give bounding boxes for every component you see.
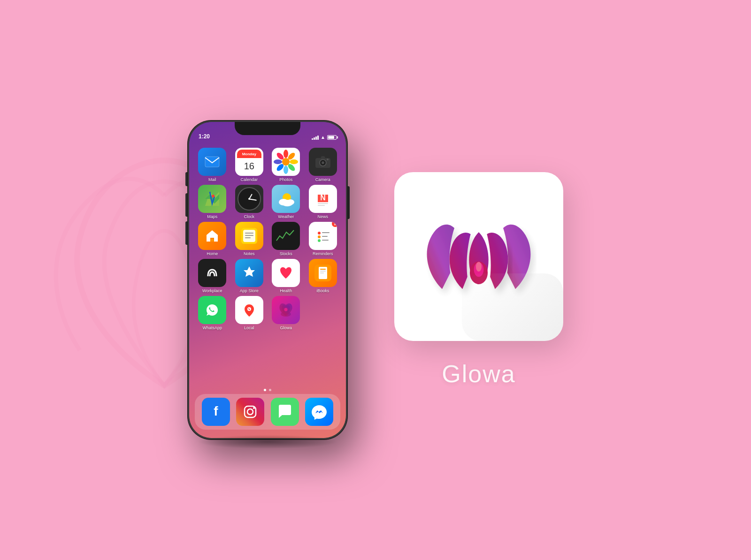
power-button (348, 186, 350, 219)
calendar-icon: Monday 16 (235, 148, 263, 176)
lotus-icon (418, 196, 540, 318)
svg-rect-46 (320, 272, 324, 273)
whatsapp-icon (198, 296, 226, 324)
app-workplace[interactable]: Workplace (195, 259, 230, 293)
svg-rect-24 (318, 203, 328, 204)
svg-point-54 (247, 409, 253, 415)
svg-text:f: f (214, 404, 218, 418)
app-home[interactable]: Home (195, 222, 230, 256)
app-camera[interactable]: Camera (306, 148, 341, 182)
mute-button (185, 172, 187, 186)
svg-rect-0 (205, 157, 219, 167)
reminders-label: Reminders (313, 251, 333, 256)
dock-messages[interactable] (271, 398, 299, 426)
camera-label: Camera (315, 177, 330, 182)
camera-icon (309, 148, 337, 176)
dot-1 (264, 389, 266, 391)
app-stocks[interactable]: Stocks (268, 222, 304, 256)
clock-icon (235, 185, 263, 213)
reminders-badge: 2 (332, 222, 337, 227)
svg-point-51 (284, 308, 288, 311)
weather-label: Weather (278, 214, 294, 219)
local-label: Local (244, 325, 254, 330)
health-icon (272, 259, 300, 287)
reminders-icon: 2 (309, 222, 337, 250)
app-mail[interactable]: Mail (195, 148, 230, 182)
app-clock[interactable]: Clock (232, 185, 267, 219)
home-icon (198, 222, 226, 250)
dot-2 (269, 389, 271, 391)
svg-point-14 (322, 161, 324, 164)
svg-point-36 (318, 239, 321, 242)
phone-wrapper: 1:20 ▲ (188, 121, 347, 439)
app-reminders[interactable]: 2 Reminders (306, 222, 341, 256)
messenger-icon (305, 398, 333, 426)
svg-point-55 (253, 407, 255, 409)
dock-messenger[interactable] (305, 398, 333, 426)
app-glowa-small[interactable]: Glowa (268, 296, 304, 330)
phone-body: 1:20 ▲ (188, 121, 347, 439)
glowa-small-icon (272, 296, 300, 324)
svg-rect-26 (211, 239, 214, 242)
svg-point-35 (318, 235, 321, 238)
appstore-icon (235, 259, 263, 287)
local-icon (235, 296, 263, 324)
app-empty (306, 296, 341, 330)
stocks-label: Stocks (280, 251, 292, 256)
svg-rect-31 (245, 237, 251, 238)
status-time: 1:20 (199, 133, 210, 140)
svg-rect-37 (322, 232, 330, 233)
phone-shadow (197, 435, 338, 449)
phone-screen: 1:20 ▲ (189, 122, 346, 438)
app-maps[interactable]: Maps (195, 185, 230, 219)
svg-point-58 (476, 262, 482, 272)
app-health[interactable]: Health (268, 259, 304, 293)
dock: f (195, 394, 340, 430)
svg-point-7 (284, 166, 288, 174)
svg-point-5 (290, 159, 298, 164)
notes-label: Notes (244, 251, 255, 256)
dock-facebook[interactable]: f (202, 398, 230, 426)
app-notes[interactable]: Notes (232, 222, 267, 256)
dock-instagram[interactable] (236, 398, 264, 426)
svg-rect-29 (245, 233, 253, 234)
whatsapp-label: WhatsApp (202, 325, 222, 330)
app-grid: Mail Monday 16 Calendar (189, 148, 346, 330)
glowa-small-label: Glowa (280, 325, 292, 330)
photos-icon (272, 148, 300, 176)
volume-down-button (185, 221, 187, 245)
svg-rect-40 (204, 265, 221, 281)
app-appstore[interactable]: App Store (232, 259, 267, 293)
svg-rect-38 (322, 236, 328, 237)
app-weather[interactable]: Weather (268, 185, 304, 219)
svg-rect-44 (320, 269, 326, 270)
calendar-num: 16 (244, 158, 254, 174)
workplace-icon (198, 259, 226, 287)
app-ibooks[interactable]: iBooks (306, 259, 341, 293)
glowa-app-icon[interactable] (394, 172, 563, 341)
instagram-icon (236, 398, 264, 426)
app-whatsapp[interactable]: WhatsApp (195, 296, 230, 330)
svg-rect-32 (274, 227, 298, 245)
ibooks-label: iBooks (316, 288, 329, 293)
volume-up-button (185, 193, 187, 217)
clock-label: Clock (244, 214, 254, 219)
glowa-app-title: Glowa (442, 360, 515, 388)
app-news[interactable]: N News (306, 185, 341, 219)
messages-icon (271, 398, 299, 426)
svg-point-9 (274, 159, 282, 164)
svg-point-17 (212, 195, 215, 197)
news-label: News (317, 214, 328, 219)
app-calendar[interactable]: Monday 16 Calendar (232, 148, 267, 182)
stocks-icon (272, 222, 300, 250)
svg-rect-25 (318, 205, 325, 206)
empty-slot (309, 296, 337, 324)
app-photos[interactable]: Photos (268, 148, 304, 182)
facebook-icon: f (202, 398, 230, 426)
mail-label: Mail (208, 177, 216, 182)
svg-text:N: N (320, 194, 326, 202)
health-label: Health (280, 288, 292, 293)
app-local[interactable]: Local (232, 296, 267, 330)
workplace-label: Workplace (202, 288, 222, 293)
home-label: Home (207, 251, 218, 256)
